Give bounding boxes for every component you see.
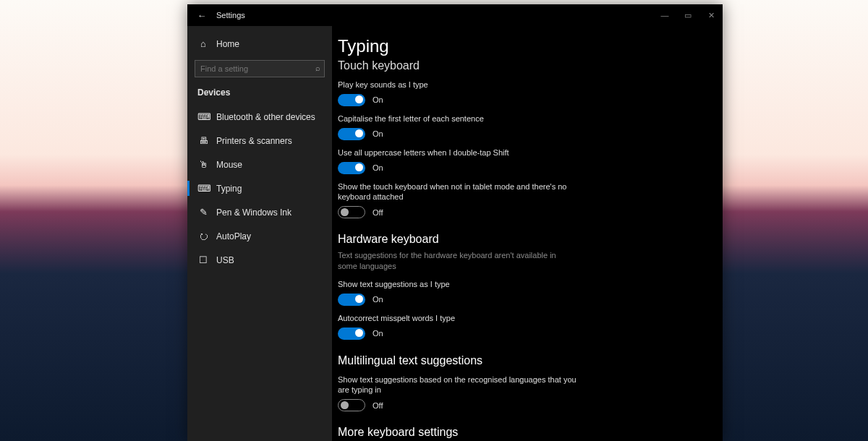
group-heading: Hardware keyboard xyxy=(338,233,723,246)
setting-row: Show the touch keyboard when not in tabl… xyxy=(338,181,723,219)
search-wrap: ⌕ xyxy=(195,60,325,77)
setting-row: Use all uppercase letters when I double-… xyxy=(338,147,723,174)
setting-label: Use all uppercase letters when I double-… xyxy=(338,147,576,158)
back-button[interactable]: ← xyxy=(187,10,216,21)
setting-label: Show text suggestions as I type xyxy=(338,279,576,290)
toggle-state-label: On xyxy=(373,163,383,172)
home-label: Home xyxy=(216,39,239,49)
setting-label: Autocorrect misspelt words I type xyxy=(338,313,576,324)
window-controls: — ▭ ✕ xyxy=(653,4,723,26)
toggle-state-label: On xyxy=(373,129,383,138)
toggle-knob xyxy=(355,163,363,171)
setting-row: Play key sounds as I typeOn xyxy=(338,80,723,106)
toggle-knob xyxy=(341,401,349,409)
toggle-state-label: On xyxy=(373,329,383,338)
toggle-knob xyxy=(355,95,363,103)
sidebar-section-heading: Devices xyxy=(187,85,332,105)
toggle-switch[interactable] xyxy=(338,162,365,174)
group-heading: Touch keyboard xyxy=(338,59,723,72)
sidebar-item-label: Pen & Windows Ink xyxy=(216,207,292,218)
sidebar-icon: ⭮ xyxy=(197,231,209,241)
close-button[interactable]: ✕ xyxy=(699,4,723,26)
sidebar-item-label: Typing xyxy=(216,184,242,194)
window-body: ⌂ Home ⌕ Devices ⌨Bluetooth & other devi… xyxy=(187,26,723,441)
sidebar-icon: 🖱 xyxy=(197,159,209,170)
settings-window: ← Settings — ▭ ✕ ⌂ Home ⌕ Devices ⌨Bluet… xyxy=(187,4,723,441)
toggle-switch[interactable] xyxy=(338,294,365,306)
minimize-button[interactable]: — xyxy=(653,4,676,26)
window-title: Settings xyxy=(216,11,245,20)
toggle-knob xyxy=(341,208,349,216)
sidebar-icon: ☐ xyxy=(197,254,209,265)
home-icon: ⌂ xyxy=(197,38,209,49)
sidebar: ⌂ Home ⌕ Devices ⌨Bluetooth & other devi… xyxy=(187,26,332,441)
toggle-switch[interactable] xyxy=(338,94,365,106)
sidebar-icon: ⌨ xyxy=(197,111,209,122)
sidebar-item-label: USB xyxy=(216,255,234,265)
sidebar-item-label: Mouse xyxy=(216,160,242,170)
sidebar-item-pen-windows-ink[interactable]: ✎Pen & Windows Ink xyxy=(187,200,332,224)
titlebar: ← Settings — ▭ ✕ xyxy=(187,4,723,26)
setting-row: Show text suggestions based on the recog… xyxy=(338,374,723,412)
toggle-switch[interactable] xyxy=(338,399,365,411)
setting-label: Show text suggestions based on the recog… xyxy=(338,374,576,396)
sidebar-item-typing[interactable]: ⌨Typing xyxy=(187,176,332,200)
search-icon: ⌕ xyxy=(315,64,320,72)
setting-label: Play key sounds as I type xyxy=(338,80,576,90)
sidebar-item-label: Bluetooth & other devices xyxy=(216,112,315,122)
setting-row: Capitalise the first letter of each sent… xyxy=(338,114,723,140)
toggle-knob xyxy=(355,295,363,303)
setting-row: Autocorrect misspelt words I typeOn xyxy=(338,313,723,340)
sidebar-item-bluetooth-other-devices[interactable]: ⌨Bluetooth & other devices xyxy=(187,105,332,129)
group-heading: Multilingual text suggestions xyxy=(338,354,723,367)
sidebar-item-label: Printers & scanners xyxy=(216,136,292,146)
setting-label: Capitalise the first letter of each sent… xyxy=(338,114,576,124)
toggle-knob xyxy=(355,129,363,137)
search-input[interactable] xyxy=(195,60,325,77)
sidebar-item-usb[interactable]: ☐USB xyxy=(187,248,332,272)
setting-label: Show the touch keyboard when not in tabl… xyxy=(338,181,576,203)
maximize-button[interactable]: ▭ xyxy=(676,4,699,26)
more-settings-heading: More keyboard settings xyxy=(338,426,723,439)
toggle-switch[interactable] xyxy=(338,206,365,218)
sidebar-item-mouse[interactable]: 🖱Mouse xyxy=(187,153,332,176)
toggle-state-label: Off xyxy=(373,208,383,217)
toggle-switch[interactable] xyxy=(338,128,365,140)
home-nav[interactable]: ⌂ Home xyxy=(187,32,332,56)
content-panel[interactable]: Typing Touch keyboardPlay key sounds as … xyxy=(332,26,723,441)
toggle-state-label: Off xyxy=(373,401,383,410)
toggle-knob xyxy=(355,329,363,337)
setting-row: Show text suggestions as I typeOn xyxy=(338,279,723,306)
group-description: Text suggestions for the hardware keyboa… xyxy=(338,250,576,272)
toggle-state-label: On xyxy=(373,95,383,104)
sidebar-icon: ⌨ xyxy=(197,183,209,194)
sidebar-item-printers-scanners[interactable]: 🖶Printers & scanners xyxy=(187,129,332,153)
sidebar-item-autoplay[interactable]: ⭮AutoPlay xyxy=(187,224,332,248)
toggle-switch[interactable] xyxy=(338,327,365,340)
sidebar-icon: 🖶 xyxy=(197,135,209,146)
sidebar-icon: ✎ xyxy=(197,207,209,218)
toggle-state-label: On xyxy=(373,295,383,304)
sidebar-item-label: AutoPlay xyxy=(216,231,251,241)
page-title: Typing xyxy=(338,36,723,56)
